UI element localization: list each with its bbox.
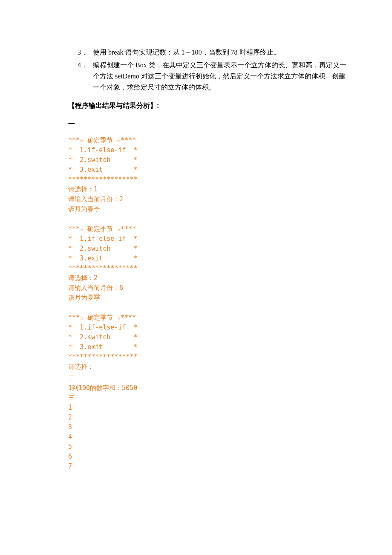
list-item-text: 编程创建一个 Box 类，在其中定义三个变量表示一个立方体的长、宽和高，再定义一… <box>93 60 349 93</box>
list-item: 3． 使用 break 语句实现记数：从 1～100，当数到 78 时程序终止。 <box>68 47 349 58</box>
section-heading: 【程序输出结果与结果分析】: <box>68 101 349 110</box>
program-output-3b: 1到100的数字和：5050 三 1 2 3 4 5 6 7 <box>68 383 349 471</box>
list-item-text: 使用 break 语句实现记数：从 1～100，当数到 78 时程序终止。 <box>93 47 349 58</box>
program-output-2: ***☆ 确定季节 ☆**** * 1.if-else-if * * 2.swi… <box>68 224 349 303</box>
list-item-number: 4． <box>78 60 93 93</box>
program-output-3a: ***☆ 确定季节 ☆**** * 1.if-else-if * * 2.swi… <box>68 313 349 372</box>
document-page: 3． 使用 break 语句实现记数：从 1～100，当数到 78 时程序终止。… <box>0 0 392 507</box>
faint-text: 二 <box>68 373 75 381</box>
section-sub-label: 一 <box>68 120 349 129</box>
numbered-list: 3． 使用 break 语句实现记数：从 1～100，当数到 78 时程序终止。… <box>68 47 349 93</box>
list-item-number: 3． <box>78 47 93 58</box>
program-output-3-faint: 二 <box>68 373 349 382</box>
list-item: 4． 编程创建一个 Box 类，在其中定义三个变量表示一个立方体的长、宽和高，再… <box>68 60 349 93</box>
program-output-1: ***☆ 确定季节 ☆**** * 1.if-else-if * * 2.swi… <box>68 136 349 214</box>
